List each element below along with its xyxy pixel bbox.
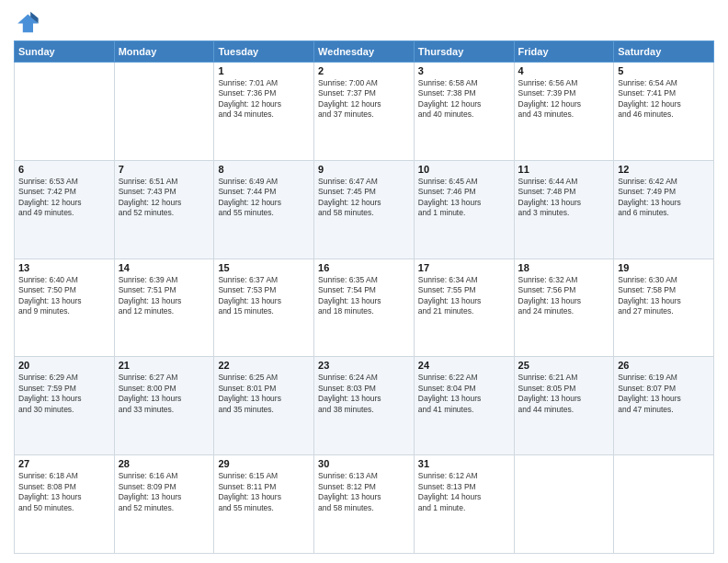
calendar-cell: 26Sunrise: 6:19 AM Sunset: 8:07 PM Dayli… <box>614 357 714 455</box>
cell-info: Sunrise: 6:25 AM Sunset: 8:01 PM Dayligh… <box>218 373 310 415</box>
cell-info: Sunrise: 6:24 AM Sunset: 8:03 PM Dayligh… <box>318 373 410 415</box>
day-number: 30 <box>318 458 410 469</box>
day-number: 11 <box>518 164 610 175</box>
week-row-2: 13Sunrise: 6:40 AM Sunset: 7:50 PM Dayli… <box>15 259 714 357</box>
cell-info: Sunrise: 6:49 AM Sunset: 7:44 PM Dayligh… <box>218 177 310 219</box>
calendar-cell: 12Sunrise: 6:42 AM Sunset: 7:49 PM Dayli… <box>614 160 714 259</box>
calendar-cell: 6Sunrise: 6:53 AM Sunset: 7:42 PM Daylig… <box>15 160 115 259</box>
cell-info: Sunrise: 6:56 AM Sunset: 7:39 PM Dayligh… <box>518 78 610 121</box>
day-number: 21 <box>119 360 210 371</box>
day-number: 6 <box>18 164 110 175</box>
calendar-cell: 9Sunrise: 6:47 AM Sunset: 7:45 PM Daylig… <box>314 160 415 259</box>
calendar-cell: 25Sunrise: 6:21 AM Sunset: 8:05 PM Dayli… <box>514 357 614 455</box>
calendar-cell: 30Sunrise: 6:13 AM Sunset: 8:12 PM Dayli… <box>314 455 415 554</box>
day-number: 18 <box>518 262 610 273</box>
calendar-cell: 10Sunrise: 6:45 AM Sunset: 7:46 PM Dayli… <box>414 160 514 259</box>
day-number: 3 <box>418 65 510 76</box>
calendar-cell <box>614 455 714 554</box>
day-number: 2 <box>318 65 410 76</box>
day-number: 25 <box>518 360 610 371</box>
cell-info: Sunrise: 6:12 AM Sunset: 8:13 PM Dayligh… <box>418 471 510 513</box>
logo <box>14 9 43 35</box>
cell-info: Sunrise: 6:42 AM Sunset: 7:49 PM Dayligh… <box>618 177 710 219</box>
day-number: 10 <box>418 164 510 175</box>
calendar-cell: 24Sunrise: 6:22 AM Sunset: 8:04 PM Dayli… <box>414 357 514 455</box>
day-number: 17 <box>418 262 510 273</box>
day-number: 14 <box>119 262 210 273</box>
header-cell-sunday: Sunday <box>15 41 115 63</box>
calendar-header: SundayMondayTuesdayWednesdayThursdayFrid… <box>15 41 714 63</box>
cell-info: Sunrise: 6:35 AM Sunset: 7:54 PM Dayligh… <box>318 275 410 317</box>
cell-info: Sunrise: 6:58 AM Sunset: 7:38 PM Dayligh… <box>418 78 510 121</box>
header <box>14 9 714 35</box>
day-number: 24 <box>418 360 510 371</box>
calendar-table: SundayMondayTuesdayWednesdayThursdayFrid… <box>14 40 714 554</box>
cell-info: Sunrise: 6:13 AM Sunset: 8:12 PM Dayligh… <box>318 471 410 513</box>
cell-info: Sunrise: 6:54 AM Sunset: 7:41 PM Dayligh… <box>618 78 710 121</box>
calendar-cell: 19Sunrise: 6:30 AM Sunset: 7:58 PM Dayli… <box>614 259 714 357</box>
day-number: 9 <box>318 164 410 175</box>
cell-info: Sunrise: 6:21 AM Sunset: 8:05 PM Dayligh… <box>518 373 610 415</box>
day-number: 15 <box>218 262 310 273</box>
cell-info: Sunrise: 6:16 AM Sunset: 8:09 PM Dayligh… <box>119 471 210 513</box>
day-number: 29 <box>218 458 310 469</box>
calendar-cell: 20Sunrise: 6:29 AM Sunset: 7:59 PM Dayli… <box>15 357 115 455</box>
day-number: 7 <box>119 164 210 175</box>
day-number: 5 <box>618 65 710 76</box>
calendar-cell: 7Sunrise: 6:51 AM Sunset: 7:43 PM Daylig… <box>114 160 214 259</box>
cell-info: Sunrise: 6:29 AM Sunset: 7:59 PM Dayligh… <box>18 373 110 415</box>
calendar-cell: 1Sunrise: 7:01 AM Sunset: 7:36 PM Daylig… <box>214 63 314 161</box>
calendar-cell: 31Sunrise: 6:12 AM Sunset: 8:13 PM Dayli… <box>414 455 514 554</box>
day-number: 12 <box>618 164 710 175</box>
calendar-cell: 29Sunrise: 6:15 AM Sunset: 8:11 PM Dayli… <box>214 455 314 554</box>
day-number: 4 <box>518 65 610 76</box>
cell-info: Sunrise: 6:18 AM Sunset: 8:08 PM Dayligh… <box>18 471 110 513</box>
cell-info: Sunrise: 7:01 AM Sunset: 7:36 PM Dayligh… <box>218 78 310 121</box>
logo-icon <box>14 9 40 35</box>
day-number: 13 <box>18 262 110 273</box>
calendar-cell: 17Sunrise: 6:34 AM Sunset: 7:55 PM Dayli… <box>414 259 514 357</box>
cell-info: Sunrise: 6:30 AM Sunset: 7:58 PM Dayligh… <box>618 275 710 317</box>
cell-info: Sunrise: 6:32 AM Sunset: 7:56 PM Dayligh… <box>518 275 610 317</box>
calendar-cell <box>15 63 115 161</box>
day-number: 22 <box>218 360 310 371</box>
day-number: 8 <box>218 164 310 175</box>
calendar-cell <box>514 455 614 554</box>
calendar-cell: 23Sunrise: 6:24 AM Sunset: 8:03 PM Dayli… <box>314 357 415 455</box>
page: SundayMondayTuesdayWednesdayThursdayFrid… <box>0 0 728 563</box>
cell-info: Sunrise: 6:19 AM Sunset: 8:07 PM Dayligh… <box>618 373 710 415</box>
cell-info: Sunrise: 6:47 AM Sunset: 7:45 PM Dayligh… <box>318 177 410 219</box>
calendar-cell: 21Sunrise: 6:27 AM Sunset: 8:00 PM Dayli… <box>114 357 214 455</box>
day-number: 27 <box>18 458 110 469</box>
calendar-cell: 3Sunrise: 6:58 AM Sunset: 7:38 PM Daylig… <box>414 63 514 161</box>
cell-info: Sunrise: 6:40 AM Sunset: 7:50 PM Dayligh… <box>18 275 110 317</box>
calendar-cell: 11Sunrise: 6:44 AM Sunset: 7:48 PM Dayli… <box>514 160 614 259</box>
cell-info: Sunrise: 6:51 AM Sunset: 7:43 PM Dayligh… <box>119 177 210 219</box>
header-cell-thursday: Thursday <box>414 41 514 63</box>
header-cell-saturday: Saturday <box>614 41 714 63</box>
cell-info: Sunrise: 6:39 AM Sunset: 7:51 PM Dayligh… <box>119 275 210 317</box>
calendar-cell <box>114 63 214 161</box>
cell-info: Sunrise: 7:00 AM Sunset: 7:37 PM Dayligh… <box>318 78 410 121</box>
calendar-cell: 13Sunrise: 6:40 AM Sunset: 7:50 PM Dayli… <box>15 259 115 357</box>
week-row-4: 27Sunrise: 6:18 AM Sunset: 8:08 PM Dayli… <box>15 455 714 554</box>
calendar-cell: 5Sunrise: 6:54 AM Sunset: 7:41 PM Daylig… <box>614 63 714 161</box>
day-number: 16 <box>318 262 410 273</box>
cell-info: Sunrise: 6:22 AM Sunset: 8:04 PM Dayligh… <box>418 373 510 415</box>
cell-info: Sunrise: 6:44 AM Sunset: 7:48 PM Dayligh… <box>518 177 610 219</box>
calendar-cell: 8Sunrise: 6:49 AM Sunset: 7:44 PM Daylig… <box>214 160 314 259</box>
day-number: 26 <box>618 360 710 371</box>
day-number: 31 <box>418 458 510 469</box>
cell-info: Sunrise: 6:15 AM Sunset: 8:11 PM Dayligh… <box>218 471 310 513</box>
day-number: 1 <box>218 65 310 76</box>
cell-info: Sunrise: 6:53 AM Sunset: 7:42 PM Dayligh… <box>18 177 110 219</box>
calendar-cell: 15Sunrise: 6:37 AM Sunset: 7:53 PM Dayli… <box>214 259 314 357</box>
cell-info: Sunrise: 6:45 AM Sunset: 7:46 PM Dayligh… <box>418 177 510 219</box>
week-row-1: 6Sunrise: 6:53 AM Sunset: 7:42 PM Daylig… <box>15 160 714 259</box>
week-row-0: 1Sunrise: 7:01 AM Sunset: 7:36 PM Daylig… <box>15 63 714 161</box>
header-row: SundayMondayTuesdayWednesdayThursdayFrid… <box>15 41 714 63</box>
header-cell-monday: Monday <box>114 41 214 63</box>
day-number: 19 <box>618 262 710 273</box>
header-cell-wednesday: Wednesday <box>314 41 415 63</box>
header-cell-tuesday: Tuesday <box>214 41 314 63</box>
